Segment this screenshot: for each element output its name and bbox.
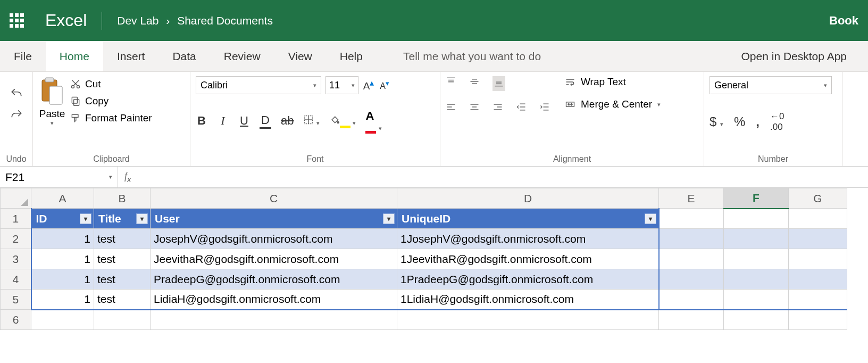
cell[interactable] (397, 310, 659, 330)
tell-me-input[interactable]: Tell me what you want to do (403, 50, 541, 63)
cell[interactable]: 1 (31, 229, 94, 249)
copy-button[interactable]: Copy (70, 95, 152, 107)
tab-review[interactable]: Review (210, 41, 274, 71)
table-header-id[interactable]: ID▾ (31, 209, 94, 229)
cell[interactable]: LidiaH@godsgift.onmicrosoft.com (151, 290, 397, 310)
cell[interactable]: test (94, 290, 151, 310)
row-header[interactable]: 2 (1, 229, 31, 249)
col-header-E[interactable]: E (659, 188, 724, 209)
cell[interactable]: 1JeevithaR@godsgift.onmicrosoft.com (397, 249, 659, 269)
tab-home[interactable]: Home (46, 41, 103, 71)
open-in-desktop-button[interactable]: Open in Desktop App (741, 50, 868, 63)
cell[interactable]: test (94, 249, 151, 269)
filter-dropdown-icon[interactable]: ▾ (136, 213, 148, 224)
tab-file[interactable]: File (0, 41, 46, 71)
document-name[interactable]: Book (829, 14, 858, 28)
cell[interactable]: test (94, 269, 151, 290)
tab-data[interactable]: Data (158, 41, 210, 71)
cell[interactable] (789, 269, 847, 290)
cell[interactable] (724, 269, 789, 290)
cell[interactable]: 1JosephV@godsgift.onmicrosoft.com (397, 229, 659, 249)
cell[interactable] (724, 290, 789, 310)
row-header[interactable]: 4 (1, 269, 31, 290)
cell[interactable] (789, 229, 847, 249)
filter-dropdown-icon[interactable]: ▾ (80, 213, 91, 224)
grid[interactable]: A B C D E F G 1 ID▾ Title▾ User▾ UniqueI… (0, 188, 847, 330)
increase-font-button[interactable]: A▴ (363, 78, 374, 92)
cell[interactable] (789, 290, 847, 310)
cell[interactable] (659, 249, 724, 269)
cell[interactable] (724, 229, 789, 249)
cell[interactable] (724, 310, 789, 330)
cell[interactable]: PradeepG@godsgift.onmicrosoft.com (151, 269, 397, 290)
wrap-text-button[interactable]: Wrap Text (565, 76, 661, 88)
row-header[interactable]: 3 (1, 249, 31, 269)
col-header-G[interactable]: G (789, 188, 847, 209)
formula-input[interactable] (138, 167, 868, 187)
tab-help[interactable]: Help (326, 41, 377, 71)
cell[interactable]: JeevithaR@godsgift.onmicrosoft.com (151, 249, 397, 269)
redo-icon[interactable] (10, 108, 23, 122)
app-launcher-icon[interactable] (10, 13, 24, 28)
cell[interactable] (659, 229, 724, 249)
select-all-corner[interactable] (1, 188, 31, 209)
strikethrough-button[interactable]: ab (281, 114, 294, 128)
row-header[interactable]: 5 (1, 290, 31, 310)
cell[interactable] (31, 310, 94, 330)
bold-button[interactable]: B (196, 114, 207, 128)
table-header-user[interactable]: User▾ (151, 209, 397, 229)
cell[interactable] (659, 290, 724, 310)
col-header-A[interactable]: A (31, 188, 94, 209)
tab-view[interactable]: View (274, 41, 326, 71)
cell[interactable] (94, 310, 151, 330)
align-bottom-icon[interactable] (493, 76, 505, 91)
row-header[interactable]: 1 (1, 209, 31, 229)
cell[interactable]: 1 (31, 269, 94, 290)
cell[interactable] (151, 310, 397, 330)
percent-button[interactable]: % (734, 114, 745, 129)
cell[interactable]: 1 (31, 290, 94, 310)
cell[interactable] (659, 269, 724, 290)
name-box[interactable]: F21▾ (0, 167, 118, 187)
underline-button[interactable]: U (238, 114, 250, 128)
cell[interactable]: 1 (31, 249, 94, 269)
cell[interactable] (789, 249, 847, 269)
double-underline-button[interactable]: D (260, 113, 271, 129)
currency-button[interactable]: $ ▾ (710, 114, 723, 129)
col-header-D[interactable]: D (397, 188, 659, 209)
table-header-uniqueid[interactable]: UniqueID▾ (397, 209, 659, 229)
filter-dropdown-icon[interactable]: ▾ (645, 213, 656, 224)
cell[interactable]: 1PradeepG@godsgift.onmicrosoft.com (397, 269, 659, 290)
font-name-select[interactable]: Calibri▾ (196, 76, 321, 94)
merge-center-button[interactable]: Merge & Center ▾ (565, 98, 661, 110)
italic-button[interactable]: I (217, 114, 229, 128)
cell[interactable] (789, 209, 847, 229)
cell[interactable]: 1LidiaH@godsgift.onmicrosoft.com (397, 290, 659, 310)
comma-button[interactable]: , (756, 114, 760, 129)
table-header-title[interactable]: Title▾ (94, 209, 151, 229)
cell[interactable] (659, 310, 724, 330)
paste-button[interactable]: Paste ▾ (38, 76, 66, 127)
cell[interactable]: test (94, 229, 151, 249)
borders-button[interactable]: ▾ (303, 114, 319, 127)
breadcrumb-child[interactable]: Shared Documents (177, 14, 273, 27)
undo-icon[interactable] (10, 87, 23, 101)
increase-indent-icon[interactable] (539, 102, 550, 112)
font-size-select[interactable]: 11▾ (326, 76, 358, 94)
align-center-icon[interactable] (469, 102, 480, 112)
align-middle-icon[interactable] (469, 76, 480, 87)
fill-color-button[interactable]: ▾ (329, 114, 356, 127)
cell[interactable]: JosephV@godsgift.onmicrosoft.com (151, 229, 397, 249)
fx-icon[interactable]: fx (118, 171, 138, 184)
decrease-font-button[interactable]: A▾ (379, 79, 390, 91)
cell[interactable] (724, 249, 789, 269)
font-color-button[interactable]: A ▾ (365, 109, 381, 133)
col-header-B[interactable]: B (94, 188, 151, 209)
breadcrumb-parent[interactable]: Dev Lab (117, 14, 158, 27)
format-painter-button[interactable]: Format Painter (70, 112, 152, 124)
tab-insert[interactable]: Insert (103, 41, 159, 71)
filter-dropdown-icon[interactable]: ▾ (383, 213, 395, 224)
align-top-icon[interactable] (446, 76, 456, 87)
cut-button[interactable]: Cut (70, 78, 152, 90)
align-right-icon[interactable] (493, 102, 503, 112)
